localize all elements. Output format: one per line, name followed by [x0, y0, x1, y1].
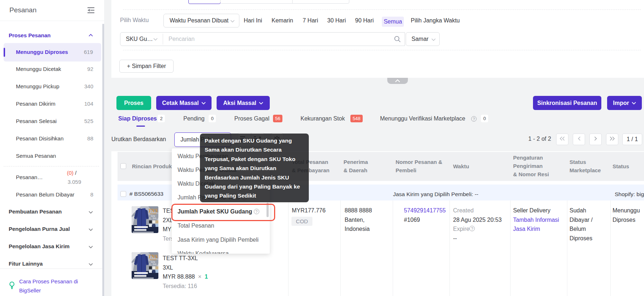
svg-text:S - 5XL: S - 5XL: [149, 263, 157, 266]
svg-text:TNS: TNS: [148, 208, 158, 213]
svg-text:TNS: TNS: [148, 254, 158, 259]
svg-text:S - 5XL: S - 5XL: [149, 217, 157, 220]
